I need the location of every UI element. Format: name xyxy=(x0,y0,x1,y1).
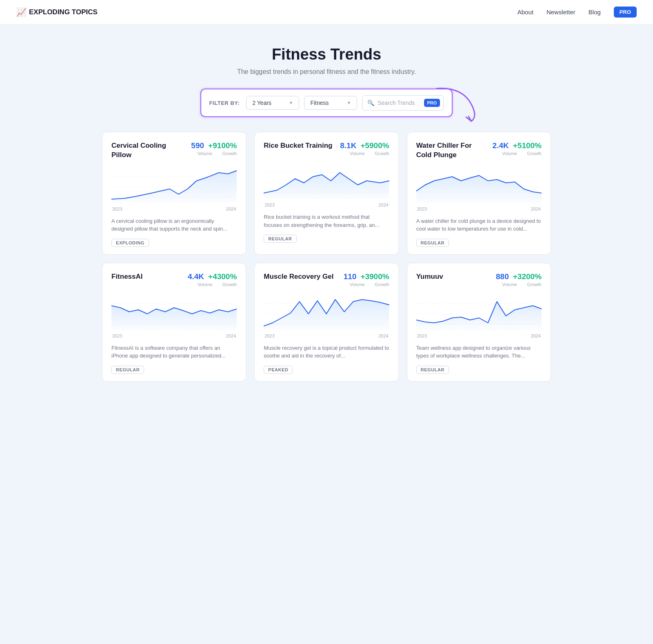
card-growth: +3200% xyxy=(513,272,542,281)
growth-label: Growth xyxy=(369,282,389,287)
chart-x-start: 2023 xyxy=(417,207,427,211)
chart-x-start: 2023 xyxy=(112,333,122,338)
growth-label: Growth xyxy=(216,151,237,156)
chart-area xyxy=(264,162,389,199)
nav-about[interactable]: About xyxy=(518,9,533,16)
chart-area xyxy=(264,293,389,330)
card-stats-row: 4.4K +4300% xyxy=(188,272,237,281)
chart-x-end: 2024 xyxy=(378,202,388,207)
card-stats-labels: Volume Growth xyxy=(192,151,237,156)
filter-by-label: FILTER BY: xyxy=(209,100,240,106)
time-filter-chevron: ▼ xyxy=(289,100,293,105)
card-growth: +3900% xyxy=(360,272,389,281)
card-volume: 110 xyxy=(344,272,357,281)
status-badge: EXPLODING xyxy=(111,239,149,247)
chart-svg xyxy=(111,167,237,203)
card-stats-row: 590 +9100% xyxy=(191,141,237,150)
status-badge: PEAKED xyxy=(264,366,293,374)
trend-card-5[interactable]: Yumuuv 880 +3200% Volume Growth xyxy=(407,263,551,382)
card-stats-labels: Volume Growth xyxy=(497,151,542,156)
growth-label: Growth xyxy=(216,282,237,287)
chart-area xyxy=(111,167,237,203)
card-stats: 590 +9100% Volume Growth xyxy=(188,141,237,156)
card-description: Muscle recovery gel is a topical product… xyxy=(264,344,389,360)
card-stats-row: 8.1K +5900% xyxy=(340,141,389,150)
page-title: Fitness Trends xyxy=(8,46,645,63)
category-filter-value: Fitness xyxy=(310,100,329,106)
volume-label: Volume xyxy=(344,151,365,156)
time-filter-select[interactable]: 2 Years ▼ xyxy=(246,96,299,110)
status-badge: REGULAR xyxy=(264,235,296,243)
volume-label: Volume xyxy=(497,282,517,287)
card-stats: 8.1K +5900% Volume Growth xyxy=(340,141,389,156)
volume-label: Volume xyxy=(192,151,212,156)
page-subtitle: The biggest trends in personal fitness a… xyxy=(8,68,645,76)
search-icon: 🔍 xyxy=(367,100,374,106)
search-box[interactable]: 🔍 Search Trends PRO xyxy=(362,95,444,111)
card-stats: 110 +3900% Volume Growth xyxy=(340,272,389,287)
category-filter-select[interactable]: Fitness ▼ xyxy=(304,96,357,110)
chart-svg xyxy=(416,167,542,203)
svg-marker-19 xyxy=(264,300,389,330)
card-description: Team wellness app designed to organize v… xyxy=(416,344,542,360)
search-pro-badge[interactable]: PRO xyxy=(424,99,440,107)
card-title: Cervical Cooling Pillow xyxy=(111,141,188,160)
trends-grid: Cervical Cooling Pillow 590 +9100% Volum… xyxy=(94,132,559,398)
chart-svg xyxy=(264,162,389,199)
chart-x-labels: 2023 2024 xyxy=(264,202,389,207)
chart-x-start: 2023 xyxy=(112,207,122,211)
card-title: Water Chiller For Cold Plunge xyxy=(416,141,493,160)
trend-card-3[interactable]: FitnessAI 4.4K +4300% Volume Growth xyxy=(102,263,246,382)
svg-marker-11 xyxy=(416,175,542,203)
nav-blog[interactable]: Blog xyxy=(589,9,601,16)
chart-x-end: 2024 xyxy=(226,207,236,211)
card-stats-labels: Volume Growth xyxy=(192,282,237,287)
trend-card-0[interactable]: Cervical Cooling Pillow 590 +9100% Volum… xyxy=(102,132,246,255)
chart-x-end: 2024 xyxy=(531,333,541,338)
card-header: Yumuuv 880 +3200% Volume Growth xyxy=(416,272,542,287)
status-badge: REGULAR xyxy=(111,366,144,374)
card-stats: 2.4K +5100% Volume Growth xyxy=(493,141,542,156)
card-description: A cervical cooling pillow is an ergonomi… xyxy=(111,217,237,233)
nav-links: About Newsletter Blog PRO xyxy=(518,7,637,18)
card-stats-labels: Volume Growth xyxy=(497,282,542,287)
chart-x-end: 2024 xyxy=(226,333,236,338)
trend-card-4[interactable]: Muscle Recovery Gel 110 +3900% Volume Gr… xyxy=(254,263,398,382)
chart-area xyxy=(416,167,542,203)
trend-card-1[interactable]: Rice Bucket Training 8.1K +5900% Volume … xyxy=(254,132,398,255)
growth-label: Growth xyxy=(369,151,389,156)
chart-area xyxy=(416,293,542,330)
card-volume: 2.4K xyxy=(493,141,509,150)
card-volume: 4.4K xyxy=(188,272,204,281)
nav-newsletter[interactable]: Newsletter xyxy=(546,9,575,16)
nav-pro-badge[interactable]: PRO xyxy=(614,7,637,18)
card-volume: 8.1K xyxy=(340,141,356,150)
card-header: Cervical Cooling Pillow 590 +9100% Volum… xyxy=(111,141,237,160)
card-title: Yumuuv xyxy=(416,272,493,282)
card-header: Water Chiller For Cold Plunge 2.4K +5100… xyxy=(416,141,542,160)
card-growth: +5900% xyxy=(360,141,389,150)
chart-svg xyxy=(111,293,237,330)
growth-label: Growth xyxy=(521,151,542,156)
card-header: Muscle Recovery Gel 110 +3900% Volume Gr… xyxy=(264,272,389,287)
card-stats: 880 +3200% Volume Growth xyxy=(493,272,542,287)
category-filter-chevron: ▼ xyxy=(346,100,351,105)
growth-label: Growth xyxy=(521,282,542,287)
chart-x-start: 2023 xyxy=(264,202,274,207)
svg-marker-7 xyxy=(264,173,389,199)
navbar: 📈 EXPLODING TOPICS About Newsletter Blog… xyxy=(0,0,653,24)
svg-marker-23 xyxy=(416,302,542,330)
card-stats: 4.4K +4300% Volume Growth xyxy=(188,272,237,287)
trend-card-2[interactable]: Water Chiller For Cold Plunge 2.4K +5100… xyxy=(407,132,551,255)
card-title: Muscle Recovery Gel xyxy=(264,272,340,282)
card-volume: 590 xyxy=(191,141,204,150)
card-header: Rice Bucket Training 8.1K +5900% Volume … xyxy=(264,141,389,156)
card-stats-row: 2.4K +5100% xyxy=(493,141,542,150)
card-title: Rice Bucket Training xyxy=(264,141,340,151)
logo-icon: 📈 xyxy=(16,7,27,17)
card-growth: +5100% xyxy=(513,141,542,150)
chart-x-labels: 2023 2024 xyxy=(111,207,237,211)
logo[interactable]: 📈 EXPLODING TOPICS xyxy=(16,7,98,17)
chart-x-labels: 2023 2024 xyxy=(111,333,237,338)
volume-label: Volume xyxy=(497,151,517,156)
